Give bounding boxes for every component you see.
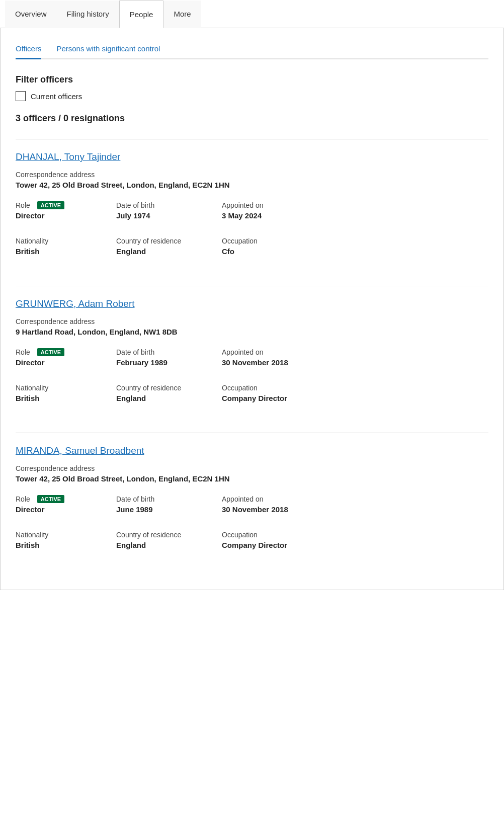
residence-label-dhanjal: Country of residence bbox=[116, 237, 222, 245]
tab-more[interactable]: More bbox=[163, 1, 201, 28]
dob-value-dhanjal: July 1974 bbox=[116, 211, 222, 220]
tab-overview[interactable]: Overview bbox=[5, 1, 57, 28]
occupation-label-grunwerg: Occupation bbox=[222, 384, 488, 392]
residence-label-miranda: Country of residence bbox=[116, 531, 222, 539]
residence-cell-grunwerg: Country of residence England bbox=[116, 382, 222, 410]
officer-name-miranda[interactable]: MIRANDA, Samuel Broadbent bbox=[16, 445, 144, 456]
occupation-value-miranda: Company Director bbox=[222, 541, 488, 549]
occupation-label-miranda: Occupation bbox=[222, 531, 488, 539]
role-label-grunwerg: Role ACTIVE bbox=[16, 348, 116, 356]
address-value-grunwerg: 9 Hartland Road, London, England, NW1 8D… bbox=[16, 328, 488, 336]
sub-navigation: Officers Persons with significant contro… bbox=[16, 38, 488, 59]
nationality-cell-grunwerg: Nationality British bbox=[16, 382, 116, 410]
residence-cell-dhanjal: Country of residence England bbox=[116, 235, 222, 263]
appointed-label-dhanjal: Appointed on bbox=[222, 201, 488, 209]
dob-cell-dhanjal: Date of birth July 1974 bbox=[116, 199, 222, 227]
occupation-cell-miranda: Occupation Company Director bbox=[222, 529, 488, 556]
role-cell-grunwerg: Role ACTIVE Director bbox=[16, 346, 116, 374]
filter-section: Filter officers Current officers bbox=[16, 74, 488, 101]
residence-value-miranda: England bbox=[116, 541, 222, 549]
occupation-value-dhanjal: Cfo bbox=[222, 247, 488, 256]
officer-details-row2-grunwerg: Nationality British Country of residence… bbox=[16, 382, 488, 410]
residence-value-dhanjal: England bbox=[116, 247, 222, 256]
nationality-value-grunwerg: British bbox=[16, 394, 116, 402]
officer-name-dhanjal[interactable]: DHANJAL, Tony Tajinder bbox=[16, 151, 120, 162]
officer-card-grunwerg: GRUNWERG, Adam Robert Correspondence add… bbox=[16, 286, 488, 428]
residence-cell-miranda: Country of residence England bbox=[116, 529, 222, 556]
nationality-cell-miranda: Nationality British bbox=[16, 529, 116, 556]
address-value-dhanjal: Tower 42, 25 Old Broad Street, London, E… bbox=[16, 181, 488, 189]
officers-summary: 3 officers / 0 resignations bbox=[16, 113, 488, 124]
top-navigation: Overview Filing history People More bbox=[0, 0, 504, 28]
dob-cell-miranda: Date of birth June 1989 bbox=[116, 493, 222, 521]
occupation-label-dhanjal: Occupation bbox=[222, 237, 488, 245]
main-content: Officers Persons with significant contro… bbox=[0, 28, 504, 590]
current-officers-checkbox[interactable] bbox=[16, 91, 26, 101]
role-value-dhanjal: Director bbox=[16, 211, 116, 220]
active-badge-dhanjal: ACTIVE bbox=[37, 201, 64, 209]
appointed-cell-miranda: Appointed on 30 November 2018 bbox=[222, 493, 488, 521]
filter-checkbox-row: Current officers bbox=[16, 91, 488, 101]
appointed-label-miranda: Appointed on bbox=[222, 495, 488, 503]
dob-label-grunwerg: Date of birth bbox=[116, 348, 222, 356]
officers-list: DHANJAL, Tony Tajinder Correspondence ad… bbox=[16, 139, 488, 575]
dob-label-miranda: Date of birth bbox=[116, 495, 222, 503]
role-label-dhanjal: Role ACTIVE bbox=[16, 201, 116, 209]
officer-details-row1-dhanjal: Role ACTIVE Director Date of birth July … bbox=[16, 199, 488, 227]
officer-card-dhanjal: DHANJAL, Tony Tajinder Correspondence ad… bbox=[16, 139, 488, 281]
residence-label-grunwerg: Country of residence bbox=[116, 384, 222, 392]
role-value-miranda: Director bbox=[16, 505, 116, 514]
tab-filing-history[interactable]: Filing history bbox=[57, 1, 119, 28]
filter-title: Filter officers bbox=[16, 74, 488, 85]
address-label-dhanjal: Correspondence address bbox=[16, 171, 488, 179]
nationality-cell-dhanjal: Nationality British bbox=[16, 235, 116, 263]
officer-details-row1-miranda: Role ACTIVE Director Date of birth June … bbox=[16, 493, 488, 521]
nationality-value-miranda: British bbox=[16, 541, 116, 549]
officer-details-row1-grunwerg: Role ACTIVE Director Date of birth Febru… bbox=[16, 346, 488, 374]
officer-name-grunwerg[interactable]: GRUNWERG, Adam Robert bbox=[16, 298, 135, 309]
dob-label-dhanjal: Date of birth bbox=[116, 201, 222, 209]
active-badge-miranda: ACTIVE bbox=[37, 495, 64, 503]
officer-card-miranda: MIRANDA, Samuel Broadbent Correspondence… bbox=[16, 433, 488, 575]
dob-value-miranda: June 1989 bbox=[116, 505, 222, 514]
occupation-cell-grunwerg: Occupation Company Director bbox=[222, 382, 488, 410]
residence-value-grunwerg: England bbox=[116, 394, 222, 402]
occupation-value-grunwerg: Company Director bbox=[222, 394, 488, 402]
dob-cell-grunwerg: Date of birth February 1989 bbox=[116, 346, 222, 374]
appointed-value-dhanjal: 3 May 2024 bbox=[222, 211, 488, 220]
role-label-miranda: Role ACTIVE bbox=[16, 495, 116, 503]
dob-value-grunwerg: February 1989 bbox=[116, 358, 222, 367]
sub-tab-officers[interactable]: Officers bbox=[16, 39, 41, 59]
active-badge-grunwerg: ACTIVE bbox=[37, 348, 64, 356]
sub-tab-psc[interactable]: Persons with significant control bbox=[56, 39, 160, 59]
role-cell-dhanjal: Role ACTIVE Director bbox=[16, 199, 116, 227]
nationality-label-grunwerg: Nationality bbox=[16, 384, 116, 392]
current-officers-label: Current officers bbox=[31, 92, 82, 101]
officer-details-row2-dhanjal: Nationality British Country of residence… bbox=[16, 235, 488, 263]
occupation-cell-dhanjal: Occupation Cfo bbox=[222, 235, 488, 263]
appointed-value-grunwerg: 30 November 2018 bbox=[222, 358, 488, 367]
address-value-miranda: Tower 42, 25 Old Broad Street, London, E… bbox=[16, 474, 488, 483]
officer-details-row2-miranda: Nationality British Country of residence… bbox=[16, 529, 488, 556]
appointed-value-miranda: 30 November 2018 bbox=[222, 505, 488, 514]
nationality-label-dhanjal: Nationality bbox=[16, 237, 116, 245]
role-cell-miranda: Role ACTIVE Director bbox=[16, 493, 116, 521]
tab-people[interactable]: People bbox=[119, 1, 164, 28]
nationality-value-dhanjal: British bbox=[16, 247, 116, 256]
appointed-label-grunwerg: Appointed on bbox=[222, 348, 488, 356]
appointed-cell-dhanjal: Appointed on 3 May 2024 bbox=[222, 199, 488, 227]
role-value-grunwerg: Director bbox=[16, 358, 116, 367]
address-label-miranda: Correspondence address bbox=[16, 464, 488, 472]
address-label-grunwerg: Correspondence address bbox=[16, 317, 488, 325]
appointed-cell-grunwerg: Appointed on 30 November 2018 bbox=[222, 346, 488, 374]
nationality-label-miranda: Nationality bbox=[16, 531, 116, 539]
